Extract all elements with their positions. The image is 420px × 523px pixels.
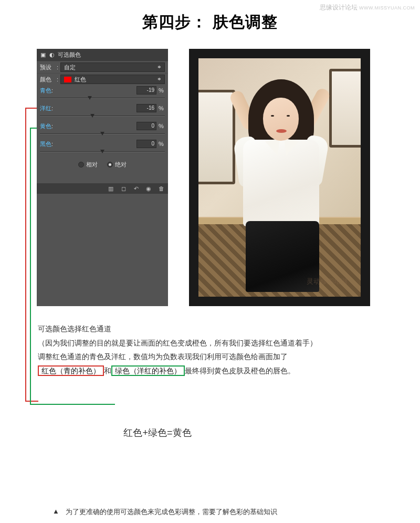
cyan-label: 青色 <box>40 87 51 95</box>
pct-label: % <box>159 123 165 129</box>
slider-thumb-icon[interactable] <box>100 132 104 135</box>
visibility-icon[interactable]: ▣ <box>40 52 46 58</box>
watermark-main: 思缘设计论坛 <box>320 4 358 11</box>
panel-footer: ▥ ◻ ↶ ◉ 🗑 <box>37 183 168 194</box>
triangle-bullet-icon: ▲ <box>52 507 59 515</box>
view-icon[interactable]: ◻ <box>120 185 127 192</box>
black-slider[interactable]: 黑色: 0 % <box>37 139 168 156</box>
callout-line-2: （因为我们调整的目的就是要让画面的红色变成橙色，所有我们要选择红色通道着手） <box>38 336 388 350</box>
slider-thumb-icon[interactable] <box>88 96 92 100</box>
eye-icon[interactable]: ◉ <box>145 185 152 192</box>
explanation-text: 可选颜色选择红色通道 （因为我们调整的目的就是要让画面的红色变成橙色，所有我们要… <box>0 306 420 378</box>
preset-row: 预设: 自定 ≑ <box>37 61 168 73</box>
pct-label: % <box>159 141 165 147</box>
callout-line-4: 红色（青的补色）和绿色（洋红的补色）最终得到黄色皮肤及橙色的唇色。 <box>38 364 388 378</box>
slider-thumb-icon[interactable] <box>100 150 104 153</box>
relative-radio[interactable]: 相对 <box>78 161 98 169</box>
watermark-sub: WWW.MISSYUAN.COM <box>359 5 415 11</box>
watermark: 思缘设计论坛 WWW.MISSYUAN.COM <box>320 3 415 12</box>
yellow-label: 黄色 <box>40 122 51 130</box>
adjustments-icon[interactable]: ◐ <box>49 52 55 58</box>
black-label: 黑色 <box>40 140 51 148</box>
absolute-radio[interactable]: 绝对 <box>107 161 127 169</box>
pct-label: % <box>159 105 165 111</box>
pct-label: % <box>159 87 165 93</box>
color-value: 红色 <box>75 76 86 83</box>
preset-value: 自定 <box>64 64 76 71</box>
preset-dropdown[interactable]: 自定 ≑ <box>60 62 165 72</box>
red-highlight-box: 红色（青的补色） <box>38 365 104 376</box>
color-dropdown[interactable]: 红色 ≑ <box>60 75 165 84</box>
magenta-slider[interactable]: 洋红: -16 % <box>37 103 168 121</box>
mode-radios: 相对 绝对 <box>37 156 168 183</box>
clip-icon[interactable]: ▥ <box>107 185 114 192</box>
venn-blue-label: 蓝紫 <box>285 459 297 467</box>
magenta-value[interactable]: -16 <box>136 104 156 112</box>
preset-label: 预设 <box>40 64 57 71</box>
reset-icon[interactable]: ↶ <box>132 185 140 192</box>
green-highlight-box: 绿色（洋红的补色） <box>111 365 185 376</box>
rgb-venn-diagram: 朱红 翠绿 蓝紫 白 <box>223 399 297 467</box>
venn-white-label: 白 <box>256 426 261 433</box>
result-photo: 灵动修图培训 <box>198 58 361 297</box>
photo-watermark: 灵动修图培训 <box>307 277 348 286</box>
color-label: 颜色 <box>40 76 57 83</box>
color-row: 颜色: 红色 ≑ <box>37 73 168 85</box>
trash-icon[interactable]: 🗑 <box>158 185 165 192</box>
yellow-slider[interactable]: 黄色: 0 % <box>37 121 168 139</box>
chevron-updown-icon: ≑ <box>158 78 161 81</box>
panel-title: 可选颜色 <box>58 51 81 59</box>
result-photo-frame: 灵动修图培训 <box>189 49 370 306</box>
venn-green-label: 翠绿 <box>225 459 237 467</box>
cyan-value[interactable]: -19 <box>136 86 156 95</box>
color-equation: 红色+绿色=黄色 <box>123 426 191 439</box>
footer-note: ▲为了更准确的使用可选颜色来完成色彩调整，需要了解色彩的基础知识 <box>52 507 399 517</box>
magenta-label: 洋红 <box>40 104 51 112</box>
cyan-slider[interactable]: 青色: -19 % <box>37 85 168 103</box>
callout-line-1: 可选颜色选择红色通道 <box>38 322 388 336</box>
chevron-updown-icon: ≑ <box>158 66 161 69</box>
black-value[interactable]: 0 <box>136 140 156 148</box>
venn-red-label: 朱红 <box>284 406 296 414</box>
color-swatch-icon <box>64 77 71 82</box>
selective-color-panel: ▣ ◐ 可选颜色 预设: 自定 ≑ 颜色: 红色 ≑ <box>37 49 168 306</box>
yellow-value[interactable]: 0 <box>136 122 156 130</box>
callout-line-3: 调整红色通道的青色及洋红，数值均为负数表现我们利用可选颜色给画面加了 <box>38 350 388 364</box>
color-equation-row: 红色+绿色=黄色 朱红 翠绿 蓝紫 白 <box>0 399 420 467</box>
slider-thumb-icon[interactable] <box>90 114 94 118</box>
panel-header: ▣ ◐ 可选颜色 <box>37 49 168 61</box>
